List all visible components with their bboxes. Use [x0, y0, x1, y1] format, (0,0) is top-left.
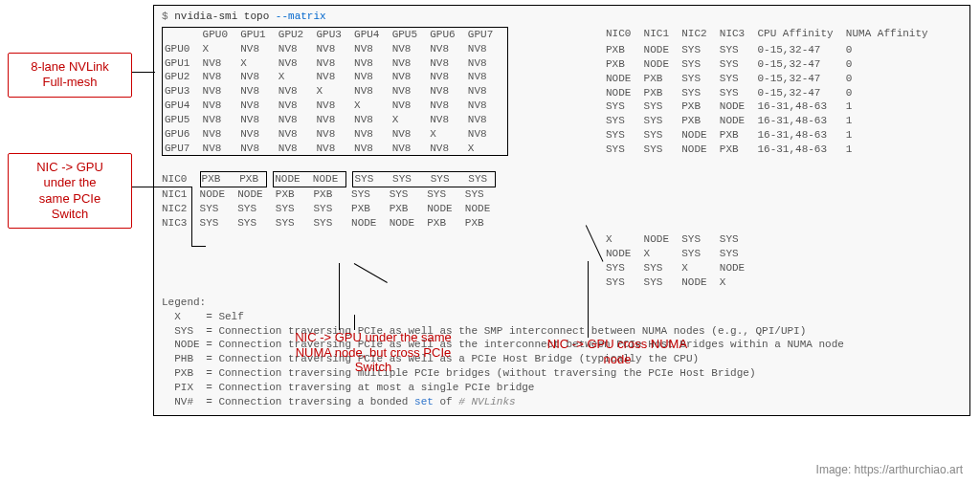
- gpu-row-details: SYS SYS PXB NODE 16-31,48-63 1: [606, 99, 934, 114]
- nic-matrix-section: NIC0 PXB PXB NODE NODE SYS SYS SYS SYS N…: [162, 171, 962, 230]
- callout-nic-gpu-same-switch: NIC -> GPUunder thesame PCIeSwitch: [8, 153, 132, 229]
- gpu-row: GPU3 NV8 NV8 NV8 X NV8 NV8 NV8 NV8: [165, 84, 505, 99]
- gpu-row: GPU2 NV8 NV8 X NV8 NV8 NV8 NV8 NV8: [165, 70, 505, 84]
- gpu-row: GPU1 NV8 X NV8 NV8 NV8 NV8 NV8 NV8: [165, 56, 505, 71]
- gpu-row: GPU7 NV8 NV8 NV8 NV8 NV8 NV8 NV8 X: [165, 142, 505, 156]
- legend-item: NV# = Connection traversing a bonded set…: [162, 395, 962, 409]
- gpu-row: GPU4 NV8 NV8 NV8 NV8 X NV8 NV8 NV8: [165, 99, 505, 113]
- nic-row-details: X NODE SYS SYS: [606, 232, 757, 247]
- nic-row-details: NODE X SYS SYS: [606, 247, 757, 261]
- nic-right-columns: X NODE SYS SYS NODE X SYS SYS SYS SYS X …: [606, 232, 757, 289]
- legend-item: X = Self: [162, 310, 962, 324]
- nic-row: NIC2 SYS SYS SYS SYS PXB PXB NODE NODE: [162, 202, 962, 216]
- gpu-row-details: SYS SYS PXB NODE 16-31,48-63 1: [606, 114, 934, 128]
- gpu-row-details: SYS SYS NODE PXB 16-31,48-63 1: [606, 128, 934, 143]
- gpu-header-row: GPU0 GPU1 GPU2 GPU3 GPU4 GPU5 GPU6 GPU7: [165, 28, 505, 42]
- callout-text: 8-lane NVLinkFull-mesh: [31, 59, 109, 89]
- gpu-row-details: SYS SYS NODE PXB 16-31,48-63 1: [606, 143, 934, 157]
- cell-group-pxb: PXB PXB: [200, 171, 267, 187]
- gpu-row: GPU6 NV8 NV8 NV8 NV8 NV8 NV8 X NV8: [165, 127, 505, 142]
- gpu-row: GPU5 NV8 NV8 NV8 NV8 NV8 X NV8 NV8: [165, 113, 505, 127]
- extra-header-row: NIC0 NIC1 NIC2 NIC3 CPU Affinity NUMA Af…: [606, 27, 934, 41]
- legend-item: PXB = Connection traversing multiple PCI…: [162, 366, 962, 381]
- legend-title: Legend:: [162, 296, 962, 310]
- nic-row: NIC3 SYS SYS SYS SYS NODE NODE PXB PXB: [162, 216, 962, 231]
- callout-text: NIC -> GPUunder thesame PCIeSwitch: [36, 160, 103, 221]
- legend-item: PIX = Connection traversing at most a si…: [162, 381, 962, 395]
- gpu-row-details: PXB NODE SYS SYS 0-15,32-47 0: [606, 43, 934, 57]
- gpu-row-details: NODE PXB SYS SYS 0-15,32-47 0: [606, 72, 934, 86]
- nic-row-details: SYS SYS X NODE: [606, 261, 757, 275]
- nic-row: NIC1 NODE NODE PXB PXB SYS SYS SYS SYS: [162, 187, 962, 202]
- callout-nvlink-fullmesh: 8-lane NVLinkFull-mesh: [8, 53, 132, 98]
- command-name: nvidia-smi topo: [174, 11, 269, 22]
- image-attribution: Image: https://arthurchiao.art: [816, 463, 963, 476]
- gpu-row-details: PXB NODE SYS SYS 0-15,32-47 0: [606, 57, 934, 72]
- gpu-row: GPU0 X NV8 NV8 NV8 NV8 NV8 NV8 NV8: [165, 42, 505, 56]
- gpu-matrix-box: GPU0 GPU1 GPU2 GPU3 GPU4 GPU5 GPU6 GPU7 …: [162, 27, 508, 157]
- cell-group-sys: SYS SYS SYS SYS: [352, 171, 495, 187]
- gpu-row-details: NODE PXB SYS SYS 0-15,32-47 0: [606, 86, 934, 100]
- command-line: $ nvidia-smi topo --matrix: [162, 10, 962, 24]
- annotation-cross-numa: NIC -> GPU cross NUMA node: [536, 337, 699, 366]
- nic-row-details: SYS SYS NODE X: [606, 275, 757, 290]
- nic-row: NIC0 PXB PXB NODE NODE SYS SYS SYS SYS: [162, 171, 962, 187]
- annotation-same-numa-cross-pcie: NIC -> GPU under the same NUMA node, but…: [287, 330, 459, 375]
- gpu-right-columns: PXB NODE SYS SYS 0-15,32-47 0 PXB NODE S…: [606, 43, 934, 157]
- prompt-sign: $: [162, 11, 168, 22]
- cell-group-node: NODE NODE: [273, 171, 346, 187]
- command-flag: --matrix: [276, 11, 326, 22]
